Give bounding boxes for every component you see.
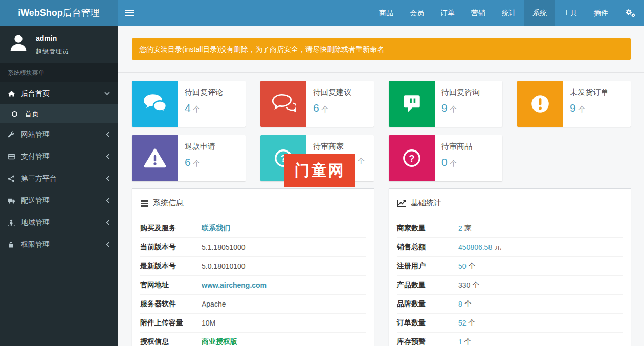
- row-label: 授权信息: [140, 337, 202, 346]
- sidebar-item-label: 地域管理: [21, 218, 50, 227]
- tile-unit: 个: [579, 105, 586, 113]
- stat-row: 产品数量 330个: [397, 275, 623, 294]
- chat-square-icon: [389, 81, 435, 127]
- row-label: 官网地址: [140, 280, 202, 290]
- truck-icon: [8, 197, 21, 204]
- tile-unit: 个: [193, 105, 201, 113]
- chevron-left-icon: [106, 220, 110, 225]
- sidebar-item-label: 第三方平台: [21, 174, 57, 183]
- row-label: 服务器软件: [140, 299, 202, 309]
- official-site-link[interactable]: www.aircheng.com: [202, 281, 267, 289]
- sidebar-item-region[interactable]: 地域管理: [0, 211, 118, 233]
- share-alt-icon: [8, 175, 21, 182]
- tile-value: 6: [313, 102, 319, 114]
- divider: [118, 72, 644, 73]
- sidebar-item-delivery[interactable]: 配送管理: [0, 189, 118, 211]
- settings-button[interactable]: [616, 0, 644, 26]
- tile-value: 4: [185, 102, 191, 114]
- logo-text-cn: 后台管理: [63, 7, 100, 19]
- row-value: 5.1.18051000: [202, 243, 246, 251]
- chevron-left-icon: [106, 154, 110, 159]
- exclamation-circle-icon: [517, 81, 563, 127]
- info-row: 最新版本号 5.0.18010100: [140, 256, 366, 275]
- tile-pending-suggestions[interactable]: 待回复建议 6个: [260, 81, 374, 127]
- sidebar-item-label: 支付管理: [21, 152, 50, 161]
- basic-stats-panel: 基础统计 商家数量 2家 销售总额 450806.58元 注册用户 50个 产品…: [389, 188, 631, 346]
- sidebar-item-dashboard[interactable]: 后台首页: [0, 82, 118, 104]
- stat-row: 销售总额 450806.58元: [397, 237, 623, 256]
- tile-title: 退款申请: [185, 142, 215, 152]
- tile-title: 待回复评论: [185, 88, 223, 97]
- wrench-icon: [8, 131, 21, 138]
- top-nav-marketing[interactable]: 营销: [463, 0, 494, 26]
- warning-triangle-icon: [132, 135, 178, 181]
- sidebar-item-website[interactable]: 网站管理: [0, 123, 118, 145]
- stat-row: 注册用户 50个: [397, 256, 623, 275]
- line-chart-icon: [397, 199, 406, 207]
- top-nav-statistics[interactable]: 统计: [494, 0, 524, 26]
- chevron-left-icon: [106, 242, 110, 247]
- license-link[interactable]: 商业授权版: [202, 337, 237, 346]
- sidebar-toggle-button[interactable]: [118, 0, 141, 26]
- info-row: 当前版本号 5.1.18051000: [140, 237, 366, 256]
- sidebar-item-label: 网站管理: [21, 130, 50, 139]
- tile-pending-comments[interactable]: 待回复评论 4个: [132, 81, 246, 127]
- sidebar-item-payment[interactable]: 支付管理: [0, 145, 118, 167]
- tile-value: 0: [441, 156, 448, 168]
- top-nav-members[interactable]: 会员: [402, 0, 432, 26]
- tile-title: 待审商品: [441, 142, 472, 152]
- app-logo[interactable]: iWebShop后台管理: [0, 0, 118, 26]
- contact-us-link[interactable]: 联系我们: [202, 224, 230, 233]
- tile-unshipped-orders[interactable]: 未发货订单 9个: [517, 81, 631, 127]
- sidebar-item-permission[interactable]: 权限管理: [0, 233, 118, 255]
- stat-row: 订单数量 52个: [397, 313, 623, 332]
- tile-value: 6: [185, 156, 191, 168]
- sidebar-item-label: 后台首页: [21, 89, 50, 98]
- tile-title: 待回复建议: [313, 88, 351, 97]
- chevron-left-icon: [106, 198, 110, 203]
- row-label: 商家数量: [397, 224, 458, 233]
- row-number: 52: [458, 319, 467, 327]
- row-value: 5.0.18010100: [202, 262, 246, 270]
- info-panels: 系统信息 购买及服务 联系我们 当前版本号 5.1.18051000 最新版本号…: [132, 188, 631, 346]
- top-nav-system[interactable]: 系统: [524, 0, 555, 26]
- sidebar-item-home[interactable]: 首页: [0, 104, 118, 123]
- row-label: 产品数量: [397, 280, 458, 290]
- top-nav-orders[interactable]: 订单: [432, 0, 463, 26]
- install-warning-banner: 您的安装目录(install目录)没有删除，为了商店安全，请尽快删除或者重新命名: [132, 38, 631, 60]
- tile-unit: 个: [322, 105, 329, 113]
- tile-unit: 个: [450, 159, 457, 167]
- tile-refund-requests[interactable]: 退款申请 6个: [132, 135, 246, 181]
- row-number: 450806.58: [458, 243, 492, 251]
- chevron-left-icon: [106, 132, 110, 137]
- sidebar-item-thirdparty[interactable]: 第三方平台: [0, 167, 118, 189]
- row-number: 330: [458, 281, 470, 289]
- sidebar: admin 超级管理员 系统模块菜单 后台首页 首页: [0, 26, 118, 346]
- row-number: 8: [458, 300, 462, 308]
- row-value: 10M: [202, 319, 215, 327]
- row-label: 购买及服务: [140, 224, 202, 233]
- tile-pending-products[interactable]: ? 待审商品 0个: [389, 135, 502, 181]
- tile-value: 9: [441, 102, 448, 114]
- home-icon: [8, 90, 21, 97]
- hamburger-icon: [125, 10, 134, 11]
- info-row: 附件上传容量 10M: [140, 313, 366, 332]
- credit-card-icon: [8, 153, 21, 160]
- row-label: 库存预警: [397, 337, 458, 346]
- info-row: 购买及服务 联系我们: [140, 219, 366, 237]
- top-nav-plugins[interactable]: 插件: [586, 0, 616, 26]
- cogs-icon: [625, 8, 636, 18]
- row-label: 订单数量: [397, 318, 458, 328]
- tile-value: 9: [570, 102, 576, 114]
- sidebar-item-label: 配送管理: [21, 196, 50, 205]
- list-icon: [140, 199, 148, 207]
- top-nav: 商品 会员 订单 营销 统计 系统 工具 插件: [371, 0, 644, 26]
- tile-title: 待审商家: [313, 142, 365, 152]
- top-nav-tools[interactable]: 工具: [555, 0, 586, 26]
- info-row: 服务器软件 Apache: [140, 294, 366, 313]
- tile-title: 未发货订单: [570, 88, 608, 97]
- tile-pending-consultations[interactable]: 待回复咨询 9个: [389, 81, 502, 127]
- tile-unit: 个: [450, 105, 457, 113]
- top-nav-goods[interactable]: 商品: [371, 0, 402, 26]
- tile-unit: 个: [358, 157, 365, 165]
